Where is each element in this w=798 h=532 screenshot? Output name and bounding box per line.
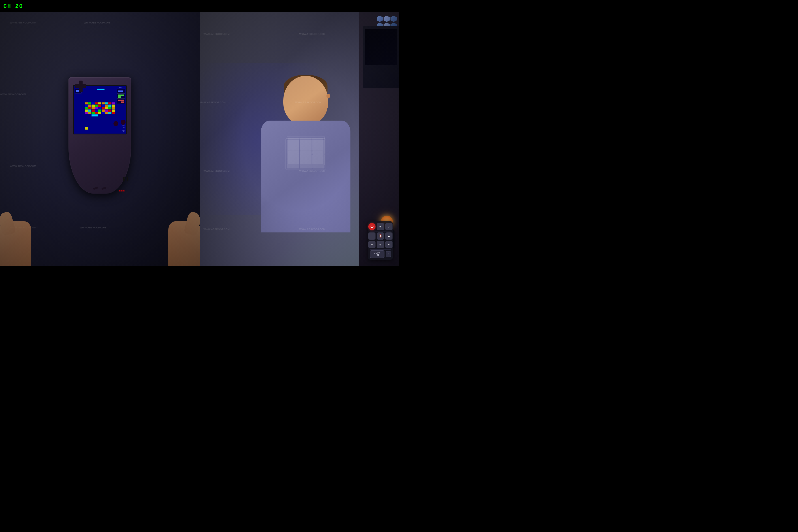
hex-1 [377, 16, 383, 22]
select-button[interactable] [93, 186, 98, 190]
right-hand [168, 221, 200, 266]
hex-3 [391, 16, 397, 22]
monitor-screen [365, 29, 397, 65]
ctrl-row-3: − ⚙ ▼ [370, 241, 391, 248]
start-button[interactable] [101, 186, 107, 190]
copy-url-button[interactable]: COPY URL [370, 250, 384, 258]
shirt-design-grid [287, 136, 325, 165]
shirt [261, 120, 350, 232]
led-2 [121, 190, 122, 191]
speaker-grille [123, 177, 128, 181]
separator-1 [370, 231, 391, 232]
minimize-button[interactable]: ⤢ [385, 223, 393, 230]
zoom-out-button[interactable]: − [368, 241, 376, 248]
dpad[interactable] [75, 80, 87, 92]
zoom-in-button[interactable]: + [368, 232, 376, 240]
scroll-up-button[interactable]: ▲ [385, 232, 393, 240]
panel-divider [200, 12, 200, 266]
led-3 [123, 190, 125, 191]
hands-area [0, 217, 200, 266]
watermark-r1: WWW.ABSKOOP.COM [204, 33, 230, 35]
left-hand [0, 221, 31, 266]
top-bar: CH 20 [0, 0, 399, 12]
book-button[interactable]: ⊞ [377, 223, 384, 230]
tetris-playfield [85, 87, 115, 131]
gameboy-device: HOLD BEST [69, 77, 131, 193]
watermark-r5: WWW.ABSKOOP.COM [204, 170, 230, 172]
settings-button[interactable]: ⚙ [377, 241, 384, 248]
watermark-5: WWW.ABSKOOP.COM [10, 165, 36, 168]
face [283, 76, 328, 125]
start-select-buttons [93, 187, 106, 189]
copy-url-row: COPY URL ⤡ [370, 250, 391, 258]
expand-button[interactable]: ⤡ [386, 251, 391, 257]
watermark-1: WWW.ABSKOOP.COM [10, 21, 36, 24]
scroll-down-button[interactable]: ▼ [385, 241, 393, 248]
b-button[interactable] [113, 121, 118, 126]
earring [328, 97, 329, 98]
separator-2 [370, 249, 391, 250]
person [241, 76, 370, 266]
watermark-r7: WWW.ABSKOOP.COM [204, 228, 230, 231]
watermark-3: WWW.ABSKOOP.COM [0, 93, 26, 96]
control-panel: ⏻ ⊞ ⤢ + 🔇 ▲ − ⚙ ▼ COPY URL ⤡ [368, 221, 393, 260]
ab-buttons [113, 79, 126, 168]
watermark-r2: WWW.ABSKOOP.COM [299, 33, 325, 35]
channel-label: CH 20 [3, 3, 23, 10]
a-button[interactable] [121, 120, 126, 125]
ctrl-row-1: ⏻ ⊞ ⤢ [370, 223, 391, 230]
watermark-2: WWW.ABSKOOP.COM [84, 21, 110, 24]
left-video-panel: WWW.ABSKOOP.COM WWW.ABSKOOP.COM WWW.ABSK… [0, 0, 200, 266]
ctrl-row-2: + 🔇 ▲ [370, 232, 391, 240]
hex-2 [383, 16, 390, 22]
right-thumb [184, 211, 200, 236]
red-leds [119, 190, 125, 191]
left-thumb [0, 211, 16, 236]
mute-button[interactable]: 🔇 [377, 232, 384, 240]
power-button[interactable]: ⏻ [368, 223, 376, 230]
watermark-r3: WWW.ABSKOOP.COM [200, 101, 226, 104]
led-1 [119, 190, 120, 191]
gameboy-body: HOLD BEST [69, 77, 131, 193]
